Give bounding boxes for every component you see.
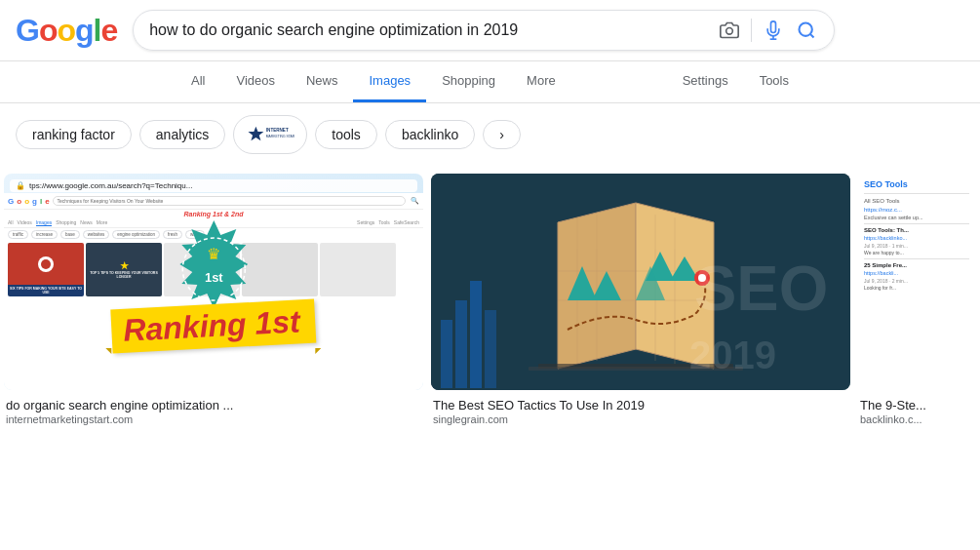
seo-date-3: Jul 9, 2018 · 2 min... xyxy=(864,278,969,284)
result-title-1: do organic search engine optimization ..… xyxy=(6,398,233,412)
seo-date-2: Jul 9, 2018 · 1 min... xyxy=(864,243,969,249)
tab-videos[interactable]: Videos xyxy=(220,61,291,102)
result-meta-2: The Best SEO Tactics To Use In 2019 sing… xyxy=(431,390,850,429)
result-image-1: 🔒 tps://www.google.com.au/search?q=Techn… xyxy=(4,174,423,390)
result-card-2[interactable]: SEO 2019 The Best SEO Tactics To Use In … xyxy=(427,174,854,451)
search-bar xyxy=(133,10,835,51)
result-title-3: The 9-Ste... xyxy=(860,398,926,412)
ranking-text: Ranking 1st xyxy=(110,299,316,354)
ranking-overlay: ♛ 1st Ranking 1st xyxy=(111,216,315,348)
ribbon-tail-right xyxy=(316,348,322,354)
svg-rect-28 xyxy=(441,320,452,388)
search-input[interactable] xyxy=(149,21,706,39)
svg-text:1st: 1st xyxy=(205,270,223,285)
search-icons xyxy=(718,19,818,42)
seo-url-2: https://backlinko... xyxy=(864,235,969,241)
svg-text:INTERNET: INTERNET xyxy=(266,128,289,133)
internet-marketing-logo: INTERNET MARKETING START xyxy=(246,120,294,149)
seo-divider-2 xyxy=(864,223,969,224)
svg-text:2019: 2019 xyxy=(689,334,776,376)
svg-point-3 xyxy=(800,23,812,36)
camera-icon[interactable] xyxy=(718,19,741,42)
seo-desc-1: Exclusive can settle up... xyxy=(864,215,969,220)
result-meta-1: do organic search engine optimization ..… xyxy=(4,390,423,429)
nav-tabs: All Videos News Images Shopping More Set… xyxy=(0,61,980,103)
svg-text:MARKETING START: MARKETING START xyxy=(266,135,294,138)
tab-tools[interactable]: Tools xyxy=(744,61,804,102)
filter-chips: ranking factor analytics INTERNET MARKET… xyxy=(0,103,980,166)
results-area: 🔒 tps://www.google.com.au/search?q=Techn… xyxy=(0,166,980,458)
chip-internet-marketing[interactable]: INTERNET MARKETING START xyxy=(233,115,307,154)
mini-search-btn: 🔍 xyxy=(411,197,419,205)
divider xyxy=(751,19,752,42)
svg-marker-4 xyxy=(249,127,264,141)
result-card-1[interactable]: 🔒 tps://www.google.com.au/search?q=Techn… xyxy=(0,174,427,451)
seo-desc-2: We are happy to... xyxy=(864,250,969,255)
result-card-3[interactable]: SEO Tools All SEO Tools https://moz.c...… xyxy=(854,174,980,451)
secure-icon: 🔒 xyxy=(16,181,25,190)
tab-settings[interactable]: Settings xyxy=(667,61,744,102)
svg-text:♛: ♛ xyxy=(207,246,220,262)
mini-logo-l: l xyxy=(40,197,42,206)
result-meta-3: The 9-Ste... backlinko.c... xyxy=(858,390,976,429)
search-icon[interactable] xyxy=(795,19,818,42)
svg-point-0 xyxy=(726,28,733,35)
url-text: tps://www.google.com.au/search?q=Techniq… xyxy=(29,181,192,190)
url-bar: 🔒 tps://www.google.com.au/search?q=Techn… xyxy=(10,179,417,192)
result-title-2: The Best SEO Tactics To Use In 2019 xyxy=(433,398,645,412)
seo-divider-1 xyxy=(864,193,969,194)
tab-more[interactable]: More xyxy=(511,61,571,102)
seo-item-1: All SEO Tools xyxy=(864,198,969,204)
mic-icon[interactable] xyxy=(762,19,785,42)
chip-backlinko[interactable]: backlinko xyxy=(385,120,475,149)
ribbon-tail-left xyxy=(105,348,111,354)
mini-header: G o o g l e Techniques for Keeping Visit… xyxy=(4,193,423,210)
seo-tools-content: SEO Tools All SEO Tools https://moz.c...… xyxy=(858,174,975,390)
mini-logo-o1: o xyxy=(17,197,21,206)
mini-logo-g: G xyxy=(8,197,14,206)
seo-item-3-title: 25 Simple Fre... xyxy=(864,262,969,268)
mini-search-bar: Techniques for Keeping Visitors On Your … xyxy=(53,196,406,206)
svg-rect-31 xyxy=(485,310,496,388)
more-label: › xyxy=(499,127,504,142)
result-image-2: SEO 2019 xyxy=(431,174,850,390)
seo-url-1: https://moz.c... xyxy=(864,207,969,213)
chip-ranking-factor[interactable]: ranking factor xyxy=(16,120,132,149)
header: Google xyxy=(0,0,980,61)
nav-right: Settings Tools xyxy=(667,61,804,102)
chip-more[interactable]: › xyxy=(483,120,521,149)
result-source-2: singlegrain.com xyxy=(433,413,848,425)
mini-img-1: SIX TIPS FOR MAKING YOUR SITE EASY TO US… xyxy=(8,243,84,296)
seo-url-3: https://backli... xyxy=(864,270,969,276)
result-source-1: internetmarketingstart.com xyxy=(6,413,421,425)
seo-divider-3 xyxy=(864,258,969,259)
svg-rect-30 xyxy=(470,281,482,388)
seo-item-2-title: SEO Tools: Th... xyxy=(864,227,969,233)
seo-desc-3: Looking for fr... xyxy=(864,285,969,291)
seo-tools-title: SEO Tools xyxy=(864,179,969,189)
tab-news[interactable]: News xyxy=(291,61,354,102)
result-source-3: backlinko.c... xyxy=(860,413,974,425)
mini-img-5 xyxy=(320,243,396,296)
tab-images[interactable]: Images xyxy=(353,61,426,102)
chip-tools[interactable]: tools xyxy=(315,120,377,149)
svg-rect-29 xyxy=(455,300,467,388)
result-image-3: SEO Tools All SEO Tools https://moz.c...… xyxy=(858,174,975,390)
mini-logo-o2: o xyxy=(24,197,29,206)
mini-logo-e: e xyxy=(45,197,49,206)
mini-logo-g2: g xyxy=(32,197,37,206)
map-illustration-svg: SEO 2019 xyxy=(431,174,850,390)
svg-point-7 xyxy=(41,259,51,269)
svg-text:SEO: SEO xyxy=(694,253,828,324)
svg-marker-8 xyxy=(179,220,248,308)
chip-analytics[interactable]: analytics xyxy=(139,120,225,149)
tab-all[interactable]: All xyxy=(176,61,220,102)
tab-shopping[interactable]: Shopping xyxy=(426,61,511,102)
google-logo[interactable]: Google xyxy=(16,13,117,49)
ribbon: Ranking 1st xyxy=(111,304,315,348)
